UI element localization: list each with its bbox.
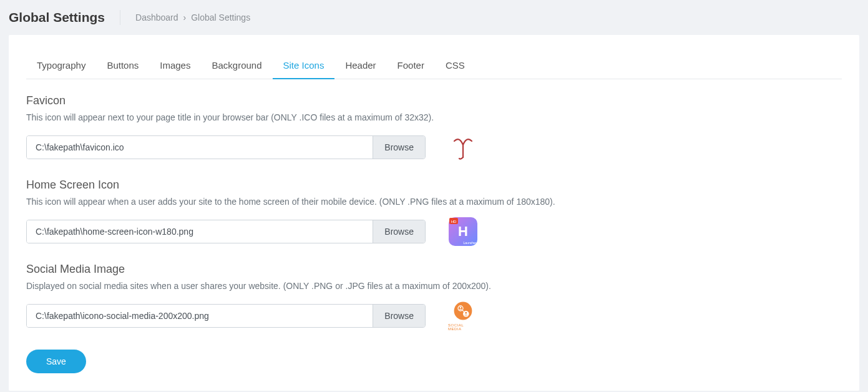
- favicon-path-input[interactable]: [27, 136, 373, 159]
- homescreen-path-input[interactable]: [27, 220, 373, 243]
- page-title: Global Settings: [9, 10, 120, 25]
- homescreen-file-row: Browse H HD Launcher: [26, 217, 842, 247]
- svg-text:Launcher: Launcher: [464, 241, 477, 245]
- homescreen-title: Home Screen Icon: [26, 179, 842, 192]
- favicon-section: Favicon This icon will appear next to yo…: [26, 94, 842, 162]
- tab-typography[interactable]: Typography: [26, 52, 96, 79]
- social-file-row: Browse SOCIAL MEDIA: [26, 301, 842, 331]
- social-section: Social Media Image Displayed on social m…: [26, 263, 842, 331]
- tab-buttons[interactable]: Buttons: [96, 52, 149, 79]
- favicon-desc: This icon will appear next to your page …: [26, 112, 842, 122]
- svg-text:H: H: [458, 223, 468, 239]
- homescreen-section: Home Screen Icon This icon will appear w…: [26, 179, 842, 247]
- social-path-input[interactable]: [27, 305, 373, 327]
- save-button[interactable]: Save: [26, 350, 86, 373]
- breadcrumb: Dashboard › Global Settings: [135, 12, 250, 22]
- favicon-preview-icon: [448, 132, 478, 162]
- breadcrumb-item-dashboard[interactable]: Dashboard: [135, 12, 178, 22]
- favicon-file-row: Browse: [26, 132, 842, 162]
- favicon-file-input-group: Browse: [26, 135, 426, 159]
- tab-css[interactable]: CSS: [435, 52, 475, 79]
- social-browse-button[interactable]: Browse: [373, 305, 425, 327]
- svg-point-7: [460, 307, 462, 309]
- tab-background[interactable]: Background: [201, 52, 272, 79]
- chevron-right-icon: ›: [183, 12, 187, 22]
- breadcrumb-item-current: Global Settings: [191, 12, 250, 22]
- social-file-input-group: Browse: [26, 304, 426, 328]
- tab-images[interactable]: Images: [149, 52, 201, 79]
- tab-site-icons[interactable]: Site Icons: [273, 52, 335, 79]
- social-preview-icon: SOCIAL MEDIA: [448, 301, 478, 331]
- tab-header[interactable]: Header: [334, 52, 386, 79]
- homescreen-browse-button[interactable]: Browse: [373, 220, 425, 243]
- tabs: Typography Buttons Images Background Sit…: [26, 52, 842, 79]
- homescreen-desc: This icon will appear when a user adds y…: [26, 197, 842, 207]
- page-header: Global Settings Dashboard › Global Setti…: [0, 0, 868, 35]
- favicon-title: Favicon: [26, 94, 842, 107]
- settings-card: Typography Buttons Images Background Sit…: [9, 35, 859, 391]
- social-title: Social Media Image: [26, 263, 842, 276]
- svg-text:HD: HD: [451, 220, 457, 223]
- favicon-browse-button[interactable]: Browse: [373, 136, 425, 159]
- social-desc: Displayed on social media sites when a u…: [26, 281, 842, 291]
- social-preview-label: SOCIAL MEDIA: [448, 323, 478, 331]
- homescreen-file-input-group: Browse: [26, 220, 426, 243]
- tab-footer[interactable]: Footer: [387, 52, 435, 79]
- homescreen-preview-icon: H HD Launcher: [448, 217, 478, 247]
- svg-point-9: [465, 312, 467, 314]
